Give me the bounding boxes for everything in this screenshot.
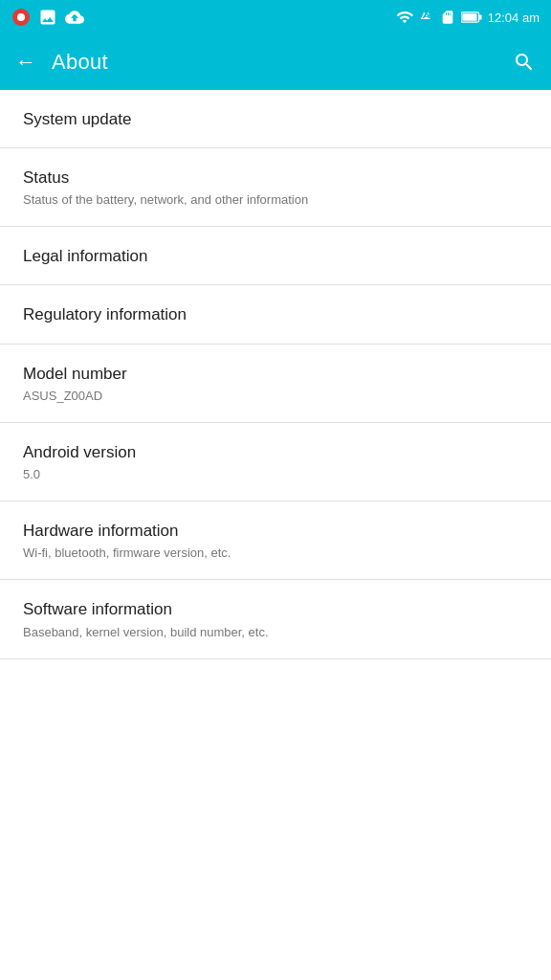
- data-signal-icon: [419, 10, 434, 25]
- menu-item-title-software-information: Software information: [23, 599, 528, 620]
- menu-item-title-status: Status: [23, 167, 528, 189]
- menu-item-status[interactable]: StatusStatus of the battery, network, an…: [0, 148, 551, 227]
- wifi-icon: [396, 9, 413, 26]
- menu-item-system-update[interactable]: System update: [0, 90, 551, 148]
- menu-item-subtitle-model-number: ASUS_Z00AD: [23, 388, 528, 405]
- menu-item-subtitle-status: Status of the battery, network, and othe…: [23, 191, 528, 209]
- search-button[interactable]: [513, 51, 536, 74]
- battery-icon: [461, 11, 482, 24]
- menu-item-legal-information[interactable]: Legal information: [0, 227, 551, 285]
- status-bar-left-icons: [11, 8, 84, 27]
- record-icon: [11, 8, 31, 27]
- time-display: 12:04 am: [488, 11, 540, 25]
- menu-item-hardware-information[interactable]: Hardware informationWi-fi, bluetooth, fi…: [0, 501, 551, 580]
- status-bar-right-icons: 12:04 am: [396, 9, 540, 26]
- sd-card-icon: [440, 10, 455, 25]
- menu-item-software-information[interactable]: Software informationBaseband, kernel ver…: [0, 580, 551, 658]
- svg-rect-4: [462, 13, 476, 21]
- menu-item-subtitle-hardware-information: Wi-fi, bluetooth, firmware version, etc.: [23, 545, 528, 562]
- menu-item-model-number[interactable]: Model numberASUS_Z00AD: [0, 345, 551, 423]
- menu-item-subtitle-android-version: 5.0: [23, 466, 528, 483]
- menu-item-title-hardware-information: Hardware information: [23, 521, 528, 542]
- menu-item-android-version[interactable]: Android version5.0: [0, 423, 551, 501]
- photo-icon: [38, 8, 57, 27]
- settings-list: System updateStatusStatus of the battery…: [0, 90, 551, 659]
- menu-item-title-model-number: Model number: [23, 364, 528, 385]
- page-title: About: [52, 50, 108, 75]
- toolbar-left: ← About: [15, 50, 108, 75]
- back-button[interactable]: ←: [15, 50, 36, 75]
- menu-item-subtitle-software-information: Baseband, kernel version, build number, …: [23, 624, 528, 641]
- upload-icon: [65, 8, 84, 27]
- svg-point-1: [17, 13, 25, 21]
- svg-rect-3: [479, 14, 482, 19]
- menu-item-title-system-update: System update: [23, 109, 528, 130]
- status-bar: 12:04 am: [0, 0, 551, 34]
- menu-item-title-regulatory-information: Regulatory information: [23, 304, 528, 325]
- menu-item-title-android-version: Android version: [23, 442, 528, 463]
- menu-item-regulatory-information[interactable]: Regulatory information: [0, 285, 551, 344]
- toolbar: ← About: [0, 34, 551, 90]
- menu-item-title-legal-information: Legal information: [23, 246, 528, 267]
